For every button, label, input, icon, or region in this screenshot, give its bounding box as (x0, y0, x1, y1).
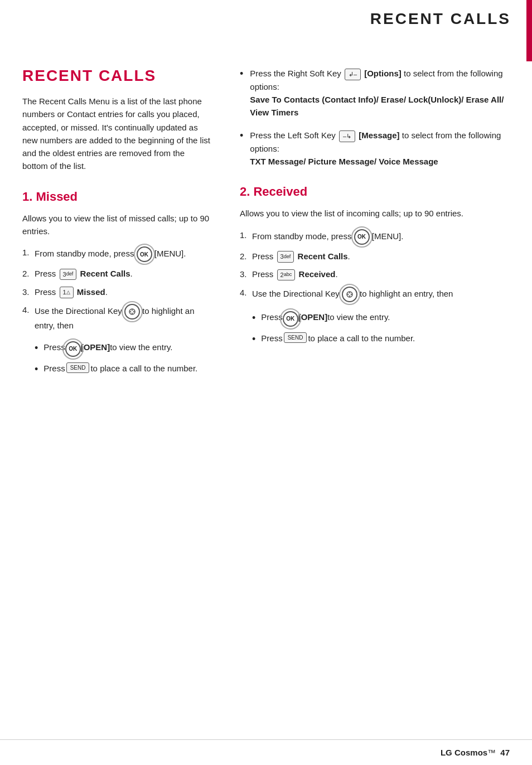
page-header: RECENT CALLS (348, 0, 522, 35)
missed-step-2: 2. Press 3 def Recent Calls. (22, 268, 212, 280)
footer-tm: ™ (487, 748, 496, 757)
ok-button-icon-1: OK (137, 246, 152, 262)
ok-button-icon-2: OK (65, 341, 81, 357)
svg-marker-3 (129, 311, 131, 313)
footer: LG Cosmos™ 47 (0, 739, 532, 765)
missed-title: 1. Missed (22, 190, 212, 204)
dir-key-icon-1 (124, 304, 140, 319)
missed-steps-list: 1. From standby mode, press OK [MENU]. 2… (22, 246, 212, 332)
missed-bullet-send: Press SEND to place a call to the number… (35, 362, 212, 377)
received-bullet-open: Press OK [OPEN] to view the entry. (252, 311, 515, 327)
received-desc: Allows you to view the list of incoming … (240, 207, 515, 220)
received-bullets-list: Press OK [OPEN] to view the entry. Press… (252, 311, 515, 347)
received-step-1: 1. From standby mode, press OK [MENU]. (240, 229, 515, 245)
key-3def-icon-2: 3 def (277, 251, 294, 263)
svg-marker-2 (131, 313, 133, 314)
intro-text: The Recent Calls Menu is a list of the l… (22, 95, 212, 173)
svg-marker-4 (133, 311, 135, 313)
received-bullet-send: Press SEND to place a call to the number… (252, 332, 515, 347)
dir-key-icon-2 (342, 287, 357, 302)
rsk-icon: ↲– (345, 69, 361, 80)
right-bullet-rsk: Press the Right Soft Key ↲– [Options] to… (240, 67, 515, 119)
svg-point-5 (347, 292, 352, 297)
footer-page-number: 47 (500, 748, 510, 757)
right-top-bullets: Press the Right Soft Key ↲– [Options] to… (240, 67, 515, 168)
svg-marker-7 (349, 296, 350, 297)
received-steps-list: 1. From standby mode, press OK [MENU]. 2… (240, 229, 515, 302)
ok-button-icon-3: OK (354, 229, 370, 245)
lsk-icon: –↳ (339, 130, 355, 142)
footer-text: LG Cosmos™ 47 (441, 748, 510, 757)
missed-step-1: 1. From standby mode, press OK [MENU]. (22, 246, 212, 262)
received-step-2: 2. Press 3 def Recent Calls. (240, 250, 515, 263)
right-bullet-lsk: Press the Left Soft Key –↳ [Message] to … (240, 129, 515, 168)
key-2abc-icon: 2 abc (277, 269, 296, 281)
svg-marker-6 (349, 292, 350, 293)
svg-marker-1 (131, 309, 133, 311)
left-column: RECENT CALLS The Recent Calls Menu is a … (22, 67, 229, 382)
key-3def-icon: 3 def (60, 269, 77, 280)
received-step-4: 4. Use the Directional Key to highlight … (240, 287, 515, 302)
section-title-main: RECENT CALLS (22, 67, 212, 85)
send-key-icon-1: SEND (66, 362, 90, 373)
svg-marker-8 (347, 293, 349, 295)
red-accent-bar (526, 0, 532, 61)
footer-brand: LG Cosmos (441, 748, 487, 757)
received-step-3: 3. Press 2 abc Received. (240, 268, 515, 281)
key-1num-icon: 1 △ (60, 287, 74, 298)
missed-bullet-open: Press OK [OPEN] to view the entry. (35, 341, 212, 357)
missed-step-4: 4. Use the Directional Key to highlight … (22, 304, 212, 332)
missed-desc: Allows you to view the list of missed ca… (22, 212, 212, 238)
svg-marker-9 (351, 293, 352, 295)
svg-point-0 (129, 309, 135, 314)
ok-button-icon-4: OK (283, 311, 298, 327)
missed-step-3: 3. Press 1 △ Missed. (22, 286, 212, 299)
received-title: 2. Received (240, 185, 515, 199)
send-key-icon-2: SEND (284, 332, 307, 343)
right-column: Press the Right Soft Key ↲– [Options] to… (229, 67, 515, 382)
missed-bullets-list: Press OK [OPEN] to view the entry. Press… (35, 341, 212, 377)
